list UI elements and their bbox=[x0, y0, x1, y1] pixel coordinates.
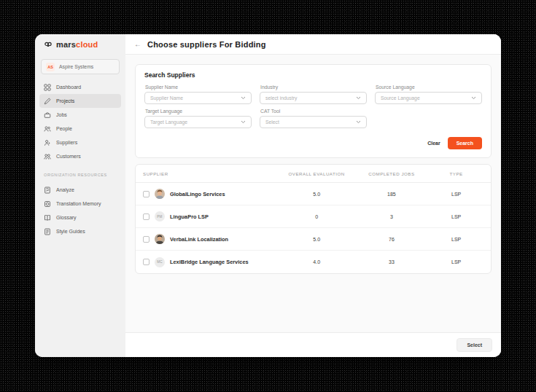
table-row-lexibridge-language-services[interactable]: MC LexiBridge Language Services 4.0 33 L… bbox=[136, 251, 491, 273]
chevron-down-icon bbox=[241, 120, 246, 124]
sidebar-item-label: People bbox=[56, 126, 72, 131]
sidebar-section-label: ORGNIZATION RESOURCES bbox=[44, 173, 125, 177]
supplier-avatar-initials: MC bbox=[155, 257, 165, 267]
supplier-name: VerbaLink Localization bbox=[170, 236, 228, 243]
overall-evaluation-cell: 5.0 bbox=[279, 192, 354, 197]
projects-icon bbox=[44, 98, 51, 105]
logo-text: marscloud bbox=[56, 40, 98, 49]
field-label: Target Language bbox=[145, 109, 252, 114]
avatar-initials-text: PM bbox=[157, 215, 162, 219]
sidebar-item-label: Translation Memory bbox=[56, 201, 101, 206]
sidebar-item-jobs[interactable]: Jobs bbox=[39, 108, 121, 122]
sidebar-item-analyze[interactable]: Analyze bbox=[39, 183, 121, 197]
search-button[interactable]: Search bbox=[448, 137, 482, 149]
sidebar-item-label: Customers bbox=[56, 154, 81, 159]
translation-memory-icon bbox=[44, 200, 51, 208]
field-label: Source Language bbox=[376, 85, 482, 90]
org-name: Aspire Systems bbox=[59, 64, 93, 69]
analyze-icon bbox=[44, 187, 51, 194]
supplier-cell: PM LinguaPro LSP bbox=[143, 211, 279, 222]
suppliers-table: SUPPLIER OVERALL EVALUATION COMPLETED JO… bbox=[135, 164, 492, 274]
overall-evaluation-cell: 4.0 bbox=[279, 259, 354, 264]
avatar-initials-text: MC bbox=[157, 260, 163, 264]
marscloud-logo-icon bbox=[44, 40, 53, 49]
sidebar-item-label: Suppliers bbox=[56, 140, 77, 145]
people-icon bbox=[44, 125, 51, 133]
field-select[interactable]: select industry bbox=[260, 92, 367, 104]
supplier-avatar-photo bbox=[155, 234, 165, 244]
content-area: Search Suppliers Supplier Name Supplier … bbox=[125, 55, 501, 332]
page-title: Choose suppliers For Bidding bbox=[147, 40, 266, 49]
org-selector[interactable]: AS Aspire Systems bbox=[41, 59, 120, 74]
sidebar-item-dashboard[interactable]: Dashboard bbox=[39, 80, 121, 94]
type-cell: LSP bbox=[429, 192, 483, 197]
completed-jobs-cell: 33 bbox=[354, 259, 430, 264]
table-row-linguapro-lsp[interactable]: PM LinguaPro LSP 0 3 LSP bbox=[136, 205, 491, 228]
field-supplier-name: Supplier Name Supplier Name bbox=[144, 80, 252, 104]
field-source-language: Source Language Source Language bbox=[375, 80, 482, 104]
field-select[interactable]: Source Language bbox=[375, 92, 482, 104]
field-placeholder: select industry bbox=[265, 95, 297, 101]
table-body: GlobalLingo Services 5.0 185 LSP bbox=[136, 183, 491, 273]
dashboard-icon bbox=[44, 84, 51, 91]
row-checkbox[interactable] bbox=[143, 213, 149, 220]
supplier-cell: MC LexiBridge Language Services bbox=[143, 257, 279, 267]
field-select[interactable]: Supplier Name bbox=[144, 92, 252, 104]
table-row-verbalink-localization[interactable]: VerbaLink Localization 5.0 76 LSP bbox=[136, 228, 491, 251]
sidebar-item-customers[interactable]: Customers bbox=[39, 149, 121, 163]
column-header-overall-evaluation: OVERALL EVALUATION bbox=[279, 171, 354, 176]
app-window: marscloud AS Aspire Systems Dashboard Pr… bbox=[35, 34, 501, 357]
type-cell: LSP bbox=[429, 237, 483, 242]
field-placeholder: Source Language bbox=[381, 95, 420, 101]
select-button[interactable]: Select bbox=[457, 338, 492, 352]
table-header-row: SUPPLIER OVERALL EVALUATION COMPLETED JO… bbox=[136, 165, 491, 183]
field-select[interactable]: Target Language bbox=[144, 116, 252, 128]
completed-jobs-cell: 76 bbox=[354, 237, 430, 242]
sidebar-item-label: Jobs bbox=[56, 112, 67, 117]
search-form: Supplier Name Supplier Name Industry bbox=[144, 80, 482, 128]
sidebar-item-label: Style Guides bbox=[56, 229, 85, 234]
field-cat-tool: CAT Tool Select bbox=[260, 104, 367, 128]
sidebar-item-translation-memory[interactable]: Translation Memory bbox=[39, 197, 121, 211]
row-checkbox[interactable] bbox=[143, 191, 149, 197]
page-footer: Select bbox=[125, 332, 501, 357]
back-arrow-icon[interactable]: ← bbox=[134, 41, 141, 48]
field-label: CAT Tool bbox=[260, 109, 367, 114]
row-checkbox[interactable] bbox=[143, 259, 149, 265]
jobs-icon bbox=[44, 111, 51, 119]
sidebar-item-label: Analyze bbox=[56, 187, 74, 192]
sidebar-resources-nav: Analyze Translation Memory Glossary Styl… bbox=[35, 183, 125, 238]
field-select[interactable]: Select bbox=[260, 116, 367, 128]
table-row-globallingo-services[interactable]: GlobalLingo Services 5.0 185 LSP bbox=[136, 183, 491, 205]
column-header-completed-jobs: COMPLETED JOBS bbox=[354, 171, 430, 176]
field-industry: Industry select industry bbox=[260, 80, 367, 104]
sidebar-item-style-guides[interactable]: Style Guides bbox=[39, 224, 121, 238]
style-guides-icon bbox=[44, 228, 51, 235]
page-header: ← Choose suppliers For Bidding bbox=[125, 34, 501, 55]
row-checkbox[interactable] bbox=[143, 236, 149, 243]
sidebar-item-people[interactable]: People bbox=[39, 122, 121, 136]
chevron-down-icon bbox=[356, 96, 361, 100]
suppliers-icon bbox=[44, 139, 51, 146]
completed-jobs-cell: 3 bbox=[354, 214, 430, 219]
supplier-name: LinguaPro LSP bbox=[170, 213, 209, 220]
field-target-language: Target Language Target Language bbox=[144, 104, 252, 128]
supplier-avatar-initials: PM bbox=[155, 211, 165, 222]
chevron-down-icon bbox=[356, 120, 361, 124]
logo-text-accent: cloud bbox=[76, 40, 98, 49]
sidebar-item-projects[interactable]: Projects bbox=[39, 94, 121, 108]
chevron-down-icon bbox=[241, 96, 246, 100]
sidebar-item-label: Dashboard bbox=[56, 85, 81, 90]
sidebar-item-label: Projects bbox=[56, 98, 74, 103]
search-suppliers-title: Search Suppliers bbox=[144, 71, 482, 79]
glossary-icon bbox=[44, 214, 51, 222]
clear-button[interactable]: Clear bbox=[427, 141, 440, 146]
supplier-avatar-photo bbox=[155, 189, 165, 199]
logo: marscloud bbox=[35, 34, 125, 55]
sidebar-item-suppliers[interactable]: Suppliers bbox=[39, 136, 121, 149]
sidebar-item-label: Glossary bbox=[56, 215, 77, 220]
chevron-down-icon bbox=[471, 96, 476, 100]
sidebar-item-glossary[interactable]: Glossary bbox=[39, 211, 121, 224]
main-area: ← Choose suppliers For Bidding Search Su… bbox=[125, 34, 501, 357]
supplier-cell: GlobalLingo Services bbox=[143, 189, 279, 199]
